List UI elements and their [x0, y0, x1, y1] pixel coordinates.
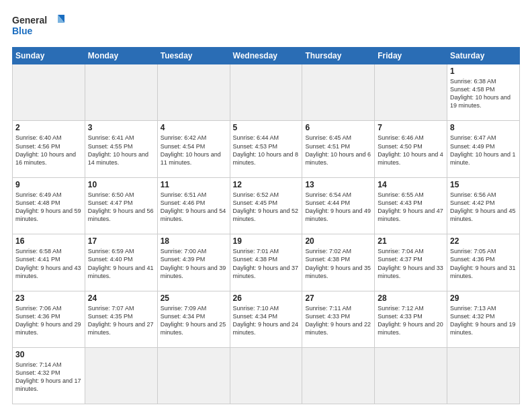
- day-number: 12: [233, 180, 300, 189]
- day-number: 2: [15, 123, 82, 132]
- calendar-cell: 17Sunrise: 6:59 AM Sunset: 4:40 PM Dayli…: [85, 234, 157, 291]
- day-number: 1: [450, 66, 517, 76]
- day-number: 18: [161, 236, 227, 246]
- day-number: 20: [305, 236, 371, 246]
- calendar-cell: 22Sunrise: 7:05 AM Sunset: 4:36 PM Dayli…: [447, 234, 520, 291]
- calendar-cell: 11Sunrise: 6:51 AM Sunset: 4:46 PM Dayli…: [157, 177, 230, 234]
- header: General Blue: [12, 12, 520, 40]
- day-info: Sunrise: 6:45 AM Sunset: 4:51 PM Dayligh…: [305, 134, 371, 167]
- day-number: 28: [378, 293, 444, 303]
- day-number: 26: [233, 293, 300, 303]
- day-info: Sunrise: 6:40 AM Sunset: 4:56 PM Dayligh…: [15, 134, 82, 167]
- day-info: Sunrise: 7:06 AM Sunset: 4:36 PM Dayligh…: [15, 304, 82, 337]
- calendar-cell: [230, 64, 302, 121]
- day-info: Sunrise: 7:05 AM Sunset: 4:36 PM Dayligh…: [450, 247, 517, 280]
- calendar-cell: 26Sunrise: 7:10 AM Sunset: 4:34 PM Dayli…: [230, 291, 302, 347]
- day-info: Sunrise: 7:07 AM Sunset: 4:35 PM Dayligh…: [88, 304, 154, 337]
- day-info: Sunrise: 6:46 AM Sunset: 4:50 PM Dayligh…: [378, 134, 444, 167]
- day-info: Sunrise: 6:38 AM Sunset: 4:58 PM Dayligh…: [450, 77, 517, 110]
- calendar-cell: 21Sunrise: 7:04 AM Sunset: 4:37 PM Dayli…: [375, 234, 447, 291]
- day-info: Sunrise: 7:02 AM Sunset: 4:38 PM Dayligh…: [305, 247, 371, 280]
- weekday-header-row: SundayMondayTuesdayWednesdayThursdayFrid…: [13, 48, 520, 64]
- day-info: Sunrise: 7:14 AM Sunset: 4:32 PM Dayligh…: [15, 361, 82, 394]
- calendar-table: SundayMondayTuesdayWednesdayThursdayFrid…: [12, 47, 520, 404]
- day-number: 19: [233, 236, 300, 246]
- calendar-cell: 29Sunrise: 7:13 AM Sunset: 4:32 PM Dayli…: [447, 291, 520, 347]
- day-info: Sunrise: 7:04 AM Sunset: 4:37 PM Dayligh…: [378, 247, 444, 280]
- day-info: Sunrise: 6:59 AM Sunset: 4:40 PM Dayligh…: [88, 247, 154, 280]
- calendar-page: General Blue SundayMondayTuesdayWednesda…: [0, 0, 532, 411]
- calendar-cell: 10Sunrise: 6:50 AM Sunset: 4:47 PM Dayli…: [85, 177, 157, 234]
- week-row-1: 1Sunrise: 6:38 AM Sunset: 4:58 PM Daylig…: [13, 64, 520, 121]
- day-number: 8: [450, 123, 517, 132]
- weekday-header-friday: Friday: [375, 48, 447, 64]
- day-info: Sunrise: 6:42 AM Sunset: 4:54 PM Dayligh…: [161, 134, 227, 167]
- day-info: Sunrise: 6:51 AM Sunset: 4:46 PM Dayligh…: [161, 191, 227, 224]
- calendar-cell: 18Sunrise: 7:00 AM Sunset: 4:39 PM Dayli…: [157, 234, 230, 291]
- day-info: Sunrise: 6:54 AM Sunset: 4:44 PM Dayligh…: [305, 191, 371, 224]
- logo: General Blue: [12, 12, 73, 40]
- day-info: Sunrise: 6:52 AM Sunset: 4:45 PM Dayligh…: [233, 191, 300, 224]
- calendar-cell: 3Sunrise: 6:41 AM Sunset: 4:55 PM Daylig…: [85, 121, 157, 177]
- calendar-cell: [85, 64, 157, 121]
- day-info: Sunrise: 6:56 AM Sunset: 4:42 PM Dayligh…: [450, 191, 517, 224]
- day-number: 23: [15, 293, 82, 303]
- calendar-cell: [85, 348, 157, 404]
- day-info: Sunrise: 7:11 AM Sunset: 4:33 PM Dayligh…: [305, 304, 371, 337]
- day-number: 14: [378, 180, 444, 189]
- day-number: 10: [88, 180, 154, 189]
- calendar-cell: [157, 64, 230, 121]
- calendar-cell: 2Sunrise: 6:40 AM Sunset: 4:56 PM Daylig…: [13, 121, 85, 177]
- weekday-header-thursday: Thursday: [302, 48, 375, 64]
- day-number: 7: [378, 123, 444, 132]
- day-info: Sunrise: 6:55 AM Sunset: 4:43 PM Dayligh…: [378, 191, 444, 224]
- calendar-cell: 13Sunrise: 6:54 AM Sunset: 4:44 PM Dayli…: [302, 177, 375, 234]
- day-number: 27: [305, 293, 371, 303]
- calendar-cell: 25Sunrise: 7:09 AM Sunset: 4:34 PM Dayli…: [157, 291, 230, 347]
- day-info: Sunrise: 7:13 AM Sunset: 4:32 PM Dayligh…: [450, 304, 517, 337]
- day-info: Sunrise: 6:49 AM Sunset: 4:48 PM Dayligh…: [15, 191, 82, 224]
- day-number: 17: [88, 236, 154, 246]
- day-number: 5: [233, 123, 300, 132]
- day-number: 9: [15, 180, 82, 189]
- calendar-cell: [230, 348, 302, 404]
- weekday-header-saturday: Saturday: [447, 48, 520, 64]
- svg-text:General: General: [12, 15, 47, 26]
- calendar-cell: 4Sunrise: 6:42 AM Sunset: 4:54 PM Daylig…: [157, 121, 230, 177]
- calendar-cell: 7Sunrise: 6:46 AM Sunset: 4:50 PM Daylig…: [375, 121, 447, 177]
- day-info: Sunrise: 6:44 AM Sunset: 4:53 PM Dayligh…: [233, 134, 300, 167]
- week-row-6: 30Sunrise: 7:14 AM Sunset: 4:32 PM Dayli…: [13, 348, 520, 404]
- week-row-2: 2Sunrise: 6:40 AM Sunset: 4:56 PM Daylig…: [13, 121, 520, 177]
- day-info: Sunrise: 6:58 AM Sunset: 4:41 PM Dayligh…: [15, 247, 82, 280]
- day-info: Sunrise: 6:47 AM Sunset: 4:49 PM Dayligh…: [450, 134, 517, 167]
- weekday-header-wednesday: Wednesday: [230, 48, 302, 64]
- calendar-cell: 8Sunrise: 6:47 AM Sunset: 4:49 PM Daylig…: [447, 121, 520, 177]
- day-number: 21: [378, 236, 444, 246]
- logo-svg: General Blue: [12, 12, 73, 40]
- calendar-cell: 1Sunrise: 6:38 AM Sunset: 4:58 PM Daylig…: [447, 64, 520, 121]
- day-info: Sunrise: 7:12 AM Sunset: 4:33 PM Dayligh…: [378, 304, 444, 337]
- day-info: Sunrise: 6:41 AM Sunset: 4:55 PM Dayligh…: [88, 134, 154, 167]
- day-number: 22: [450, 236, 517, 246]
- day-number: 30: [15, 350, 82, 359]
- calendar-cell: 28Sunrise: 7:12 AM Sunset: 4:33 PM Dayli…: [375, 291, 447, 347]
- calendar-cell: 9Sunrise: 6:49 AM Sunset: 4:48 PM Daylig…: [13, 177, 85, 234]
- calendar-cell: 24Sunrise: 7:07 AM Sunset: 4:35 PM Dayli…: [85, 291, 157, 347]
- day-info: Sunrise: 7:00 AM Sunset: 4:39 PM Dayligh…: [161, 247, 227, 280]
- calendar-cell: 15Sunrise: 6:56 AM Sunset: 4:42 PM Dayli…: [447, 177, 520, 234]
- day-number: 16: [15, 236, 82, 246]
- day-info: Sunrise: 7:10 AM Sunset: 4:34 PM Dayligh…: [233, 304, 300, 337]
- calendar-cell: [157, 348, 230, 404]
- calendar-cell: 6Sunrise: 6:45 AM Sunset: 4:51 PM Daylig…: [302, 121, 375, 177]
- day-number: 13: [305, 180, 371, 189]
- day-info: Sunrise: 7:01 AM Sunset: 4:38 PM Dayligh…: [233, 247, 300, 280]
- day-number: 25: [161, 293, 227, 303]
- calendar-cell: [302, 64, 375, 121]
- calendar-cell: 12Sunrise: 6:52 AM Sunset: 4:45 PM Dayli…: [230, 177, 302, 234]
- calendar-cell: 16Sunrise: 6:58 AM Sunset: 4:41 PM Dayli…: [13, 234, 85, 291]
- calendar-cell: 23Sunrise: 7:06 AM Sunset: 4:36 PM Dayli…: [13, 291, 85, 347]
- svg-text:Blue: Blue: [12, 26, 33, 36]
- weekday-header-tuesday: Tuesday: [157, 48, 230, 64]
- week-row-5: 23Sunrise: 7:06 AM Sunset: 4:36 PM Dayli…: [13, 291, 520, 347]
- weekday-header-sunday: Sunday: [13, 48, 85, 64]
